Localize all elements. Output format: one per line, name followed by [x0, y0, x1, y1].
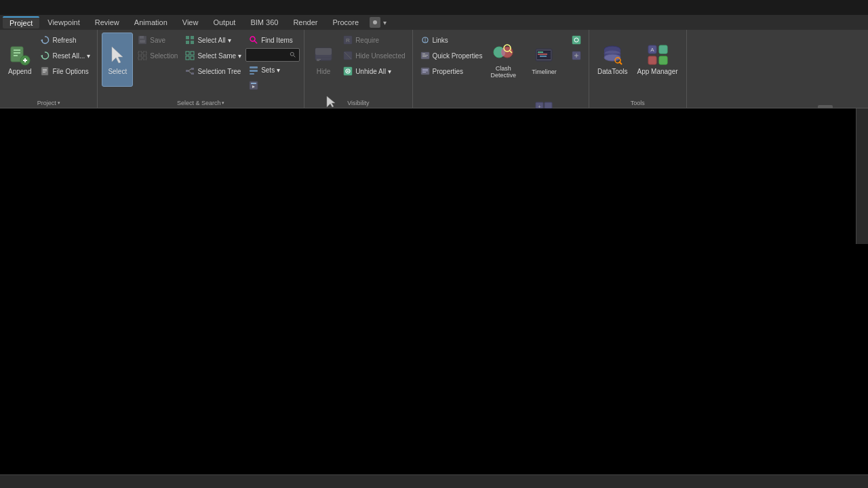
svg-rect-97 [648, 56, 656, 64]
search-input[interactable] [249, 52, 290, 59]
svg-rect-16 [140, 36, 144, 39]
append-button[interactable]: Append [4, 33, 35, 87]
svg-rect-11 [43, 69, 47, 70]
svg-rect-13 [43, 72, 45, 73]
visibility-content: Hide R Require [309, 33, 408, 98]
file-options-button[interactable]: File Options [37, 64, 93, 79]
svg-rect-28 [186, 56, 189, 60]
unhide-all-arrow: ▾ [388, 68, 391, 75]
menu-tab-review[interactable]: Review [88, 17, 126, 28]
project-section-label: Project ▾ [4, 98, 93, 106]
svg-rect-18 [138, 52, 142, 55]
app-manager-button[interactable]: A App Manager [633, 33, 682, 87]
svg-marker-8 [41, 39, 43, 43]
svg-rect-7 [24, 58, 26, 62]
svg-text:A: A [650, 47, 654, 53]
ribbon-section-tools: DataTools A App Manager Tools [589, 30, 687, 108]
svg-rect-40 [250, 70, 258, 72]
quick-properties-label: Quick Properties [433, 52, 483, 60]
svg-rect-3 [14, 52, 20, 54]
menu-tab-procore[interactable]: Procore [326, 17, 366, 28]
quick-properties-button[interactable]: Quick Properties [417, 48, 486, 63]
menu-tab-output[interactable]: Output [206, 17, 242, 28]
timeliner-label: Timeliner [532, 68, 557, 75]
unhide-all-icon [342, 66, 353, 77]
svg-rect-26 [186, 52, 189, 55]
menu-tab-viewpoint[interactable]: Viewpoint [41, 17, 87, 28]
ribbon: Append Refresh [0, 30, 868, 108]
clash-detective-button[interactable]: ClashDetective [486, 33, 520, 87]
save-search-icon [248, 80, 259, 91]
svg-rect-98 [659, 56, 667, 64]
selection-tree-icon [184, 66, 195, 77]
select-chevron: ▾ [222, 100, 224, 106]
svg-rect-23 [191, 36, 194, 39]
sets-label: Sets [261, 66, 275, 74]
selection-tree-button[interactable]: Selection Tree [182, 64, 244, 79]
properties-button[interactable]: Properties [417, 64, 486, 79]
require-label: Require [355, 37, 379, 44]
svg-rect-24 [186, 41, 189, 44]
sets-icon [248, 64, 259, 75]
menu-tab-view[interactable]: View [176, 17, 205, 28]
find-items-button[interactable]: Find Items [245, 33, 300, 47]
links-button[interactable]: Links [417, 33, 486, 47]
svg-rect-32 [191, 73, 194, 75]
svg-rect-12 [43, 70, 47, 71]
clash-detective-icon [492, 41, 514, 63]
extras-icon[interactable] [370, 17, 380, 28]
hide-label: Hide [317, 68, 331, 75]
viewport [0, 108, 856, 474]
sets-arrow: ▾ [277, 66, 280, 74]
menu-tab-render[interactable]: Render [286, 17, 324, 28]
selection-icon [137, 50, 148, 61]
svg-line-34 [189, 71, 191, 74]
display-icon2-button[interactable] [568, 48, 585, 63]
find-items-label: Find Items [261, 37, 293, 44]
selection-label-btn: Selection [134, 48, 180, 63]
sets-button[interactable]: Sets ▾ [245, 62, 300, 77]
select-all-button[interactable]: Select All ▾ [182, 33, 244, 47]
timeliner-button[interactable]: Timeliner [521, 33, 567, 87]
hide-unselected-button: Hide Unselected [340, 48, 408, 63]
save-search-button[interactable] [245, 78, 300, 93]
svg-rect-27 [191, 52, 194, 55]
svg-rect-4 [14, 55, 18, 56]
select-button[interactable]: Select [102, 33, 133, 87]
svg-rect-30 [186, 70, 189, 72]
svg-rect-46 [315, 48, 332, 55]
app-manager-label: App Manager [637, 68, 677, 75]
menu-tab-bim360[interactable]: BIM 360 [243, 17, 285, 28]
svg-rect-76 [538, 54, 547, 55]
unhide-all-button[interactable]: Unhide All ▾ [340, 64, 408, 79]
append-icon [9, 44, 31, 66]
tools-content: DataTools A App Manager [593, 33, 682, 98]
svg-point-56 [347, 70, 349, 72]
svg-line-36 [254, 41, 257, 43]
svg-rect-52 [344, 52, 352, 60]
select-same-arrow: ▾ [238, 52, 241, 60]
svg-rect-60 [422, 55, 428, 56]
menu-tab-animation[interactable]: Animation [127, 17, 174, 28]
require-button: R Require [340, 33, 408, 47]
refresh-button[interactable]: Refresh [37, 33, 93, 47]
datatools-button[interactable]: DataTools [593, 33, 631, 87]
project-small-buttons: Refresh Reset All... ▾ [37, 33, 93, 79]
reset-all-button[interactable]: Reset All... ▾ [37, 48, 93, 63]
visibility-small-col: R Require Hide Unselected [340, 33, 408, 79]
search-box[interactable] [245, 48, 300, 62]
ribbon-section-select: Select Save [98, 30, 304, 108]
timeliner-icon [533, 45, 555, 66]
svg-rect-41 [250, 73, 254, 75]
menu-bar: Project Viewpoint Review Animation View … [0, 15, 868, 30]
svg-rect-39 [250, 66, 258, 68]
menu-tab-home[interactable]: Project [3, 16, 39, 28]
select-same-button[interactable]: Select Same ▾ [182, 48, 244, 63]
svg-rect-75 [538, 52, 543, 53]
file-options-label: File Options [52, 68, 88, 75]
ribbon-section-visibility: Hide R Require [304, 30, 412, 108]
extras-arrow[interactable]: ▾ [383, 19, 387, 26]
save-button: Save [134, 33, 180, 47]
display-icon1-button[interactable] [568, 33, 585, 47]
svg-point-35 [250, 37, 255, 41]
